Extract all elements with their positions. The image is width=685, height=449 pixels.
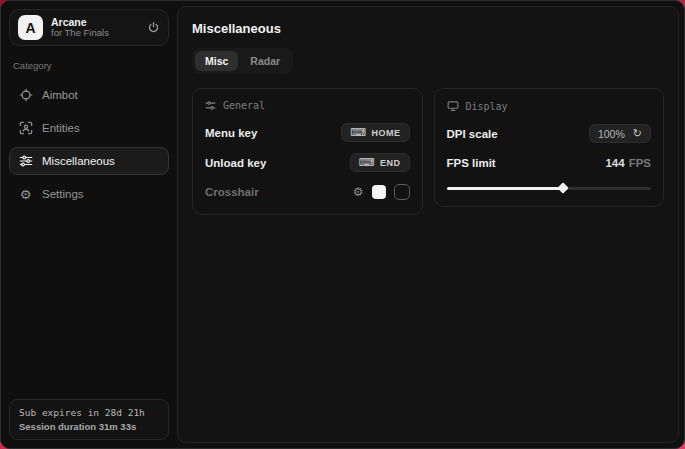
sidebar-nav: Aimbot Entities <box>9 81 169 208</box>
entity-scan-icon <box>18 121 33 135</box>
tab-radar[interactable]: Radar <box>240 51 290 71</box>
page-title: Miscellaneous <box>192 21 668 36</box>
fps-limit-label: FPS limit <box>447 157 496 169</box>
gear-icon: ⚙ <box>18 188 33 201</box>
tab-bar: Misc Radar <box>192 48 293 74</box>
slider-thumb[interactable] <box>557 182 568 193</box>
sidebar-item-label: Entities <box>42 122 80 134</box>
sidebar-item-settings[interactable]: ⚙ Settings <box>9 180 169 208</box>
main-panel: Miscellaneous Misc Radar General <box>177 6 679 443</box>
category-label: Category <box>13 60 165 71</box>
subscription-card: Sub expires in 28d 21h Session duration … <box>9 399 169 440</box>
menu-key-value: HOME <box>372 128 401 138</box>
display-card-header: Display <box>447 100 652 112</box>
dpi-scale-row: DPI scale 100% ↻ <box>447 124 652 143</box>
dpi-scale-label: DPI scale <box>447 128 498 140</box>
power-icon[interactable] <box>147 21 160 34</box>
tab-misc[interactable]: Misc <box>195 51 238 71</box>
general-card: General Menu key ⌨ HOME Unload key ⌨ END <box>192 88 423 215</box>
fps-number: 144 <box>605 157 624 169</box>
crosshair-settings-gear-icon[interactable]: ⚙ <box>353 186 364 198</box>
app-subtitle: for The Finals <box>51 28 139 39</box>
app-logo: A <box>18 15 43 40</box>
sidebar-item-label: Miscellaneous <box>42 155 115 167</box>
general-card-title: General <box>223 100 265 111</box>
monitor-icon <box>447 100 459 112</box>
fps-limit-slider[interactable] <box>447 183 652 193</box>
crosshair-color-swatch[interactable] <box>372 185 386 199</box>
dpi-scale-value: 100% <box>598 128 625 140</box>
unload-key-row: Unload key ⌨ END <box>205 153 410 172</box>
menu-key-row: Menu key ⌨ HOME <box>205 123 410 142</box>
keyboard-icon: ⌨ <box>359 156 375 169</box>
brand-card: A Arcane for The Finals <box>9 9 169 46</box>
sidebar-item-entities[interactable]: Entities <box>9 114 169 142</box>
crosshair-outline-swatch[interactable] <box>394 184 410 200</box>
sidebar-item-miscellaneous[interactable]: Miscellaneous <box>9 147 169 175</box>
fps-unit: FPS <box>629 157 651 169</box>
brand-text: Arcane for The Finals <box>51 16 139 39</box>
dpi-scale-control[interactable]: 100% ↻ <box>589 124 651 143</box>
sub-expires-text: Sub expires in 28d 21h <box>19 407 159 418</box>
unload-key-button[interactable]: ⌨ END <box>350 153 410 172</box>
unload-key-label: Unload key <box>205 157 266 169</box>
general-card-header: General <box>205 100 410 111</box>
sliders-icon <box>18 154 33 168</box>
session-duration-text: Session duration 31m 33s <box>19 421 159 432</box>
menu-key-label: Menu key <box>205 127 257 139</box>
app-window: A Arcane for The Finals Category <box>0 0 685 449</box>
menu-key-button[interactable]: ⌨ HOME <box>341 123 409 142</box>
crosshair-label: Crosshair <box>205 186 259 198</box>
display-card-title: Display <box>466 101 508 112</box>
slider-fill <box>447 187 564 190</box>
unload-key-value: END <box>380 158 401 168</box>
refresh-icon: ↻ <box>633 127 642 140</box>
sidebar: A Arcane for The Finals Category <box>1 1 177 448</box>
keyboard-icon: ⌨ <box>350 126 366 139</box>
sidebar-item-aimbot[interactable]: Aimbot <box>9 81 169 109</box>
sidebar-item-label: Aimbot <box>42 89 78 101</box>
general-sliders-icon <box>205 100 216 111</box>
crosshair-row: Crosshair ⚙ <box>205 183 410 201</box>
display-card: Display DPI scale 100% ↻ FPS limit 144FP… <box>434 88 665 207</box>
logo-letter: A <box>25 20 35 36</box>
fps-limit-row: FPS limit 144FPS <box>447 154 652 172</box>
sidebar-item-label: Settings <box>42 188 84 200</box>
cards-row: General Menu key ⌨ HOME Unload key ⌨ END <box>188 88 668 215</box>
crosshair-controls: ⚙ <box>353 184 410 200</box>
crosshair-icon <box>18 88 33 102</box>
fps-limit-value: 144FPS <box>605 157 651 169</box>
